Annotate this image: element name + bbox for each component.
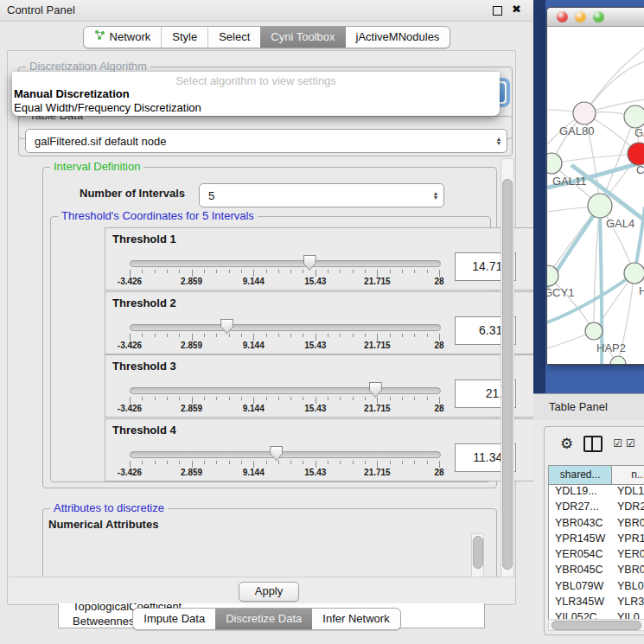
gear-icon[interactable]: ⚙ — [560, 437, 573, 451]
network-node[interactable] — [610, 356, 626, 364]
split-pane-icon[interactable] — [583, 436, 603, 452]
threshold-slider[interactable] — [130, 387, 441, 394]
tick-label: 2.859 — [181, 341, 202, 350]
table-row[interactable]: YDL19...YDL1 — [549, 485, 644, 501]
threshold-slider[interactable] — [130, 324, 441, 331]
table-row[interactable]: YBR045CYBR0 — [549, 564, 644, 579]
table-cell[interactable]: YPR145W — [549, 532, 613, 548]
table-cell[interactable]: YDR27... — [549, 501, 613, 516]
group-title: Discretization Algorithm — [26, 60, 150, 73]
table-cell[interactable]: YBL079W — [549, 580, 613, 596]
close-icon[interactable]: ✖ — [512, 3, 521, 16]
mac-zoom-button[interactable] — [593, 11, 604, 22]
tick-label: 21.715 — [364, 341, 391, 350]
tick-label: 2.859 — [181, 277, 202, 286]
network-node-gal4[interactable] — [588, 194, 612, 218]
scrollbar-thumb[interactable] — [552, 621, 641, 630]
network-node-gal80[interactable] — [573, 102, 596, 124]
tab-network[interactable]: Network — [84, 27, 162, 48]
tab-impute-data[interactable]: Impute Data — [133, 609, 215, 629]
tab-discretize-data[interactable]: Discretize Data — [215, 609, 312, 629]
slider-thumb[interactable] — [270, 446, 283, 462]
tick-mark — [278, 397, 279, 400]
network-node-ga[interactable] — [624, 105, 644, 128]
slider-thumb[interactable] — [220, 319, 233, 335]
table-cell[interactable]: YDL1 — [613, 485, 644, 501]
tab-jactivemnodules[interactable]: jActiveMNodules — [346, 27, 450, 48]
thumb-face — [370, 383, 381, 397]
tick-mark — [266, 397, 267, 400]
tick-mark — [253, 334, 254, 341]
table-row[interactable]: YDR27...YDR2 — [549, 501, 644, 516]
tick-mark — [155, 461, 156, 464]
network-canvas[interactable]: GAL80GACGAL11GAL4GCY1HHAP2 — [547, 27, 644, 364]
table-cell[interactable]: YER0 — [613, 548, 644, 564]
mac-close-button[interactable] — [557, 11, 568, 22]
table-cell[interactable]: YDL19... — [549, 485, 613, 501]
tick-mark — [229, 397, 230, 400]
tick-mark — [353, 334, 354, 337]
table-horizontal-scrollbar[interactable] — [548, 619, 644, 631]
table-data-combobox[interactable]: galFiltered.sif default node ▲▼ — [25, 129, 507, 153]
num-intervals-value: 5 — [200, 189, 428, 202]
network-edge[interactable] — [552, 154, 639, 163]
node-table[interactable]: shared...n... YDL19...YDL1YDR27...YDR2YB… — [548, 465, 644, 620]
table-cell[interactable]: YBR0 — [613, 564, 644, 579]
tick-mark — [204, 397, 205, 400]
mac-minimize-button[interactable] — [575, 11, 586, 22]
table-row[interactable]: YPR145WYPR1 — [549, 532, 644, 548]
table-cell[interactable]: YER054C — [549, 548, 613, 564]
tab-select[interactable]: Select — [207, 27, 260, 48]
network-thick-edge[interactable] — [600, 206, 602, 364]
algorithm-option[interactable]: Equal Width/Frequency Discretization — [12, 101, 500, 115]
tab-cyni-toolbox[interactable]: Cyni Toolbox — [260, 27, 345, 48]
table-cell[interactable]: YBR045C — [549, 564, 613, 579]
scrollbar-thumb[interactable] — [473, 536, 483, 569]
table-cell[interactable]: YBR043C — [549, 517, 613, 532]
algorithm-option[interactable]: Manual Discretization — [12, 87, 500, 101]
tick-mark — [390, 270, 391, 273]
tick-mark — [266, 270, 267, 273]
main-scrollbar[interactable] — [501, 158, 514, 578]
table-row[interactable]: YLR345WYLR3 — [549, 596, 644, 611]
float-window-icon[interactable] — [493, 6, 502, 16]
table-row[interactable]: YBL079WYBL0 — [549, 580, 644, 596]
network-node-hap2[interactable] — [585, 322, 603, 340]
tab-style[interactable]: Style — [161, 27, 207, 48]
slider-thumb[interactable] — [369, 382, 382, 398]
slider-thumb[interactable] — [303, 255, 316, 271]
table-cell[interactable]: YLR345W — [549, 596, 613, 611]
combo-stepper-icon[interactable]: ▲▼ — [491, 137, 507, 145]
tick-mark — [290, 461, 291, 464]
table-cell[interactable]: YDR2 — [613, 501, 644, 516]
apply-button[interactable]: Apply — [239, 582, 299, 602]
table-cell[interactable]: YBL0 — [613, 580, 644, 596]
table-cell[interactable]: YLR3 — [613, 596, 644, 611]
table-row[interactable]: YER054CYER0 — [549, 548, 644, 564]
column-header[interactable]: shared... — [549, 466, 612, 484]
num-intervals-combobox[interactable]: 5 ▲▼ — [199, 183, 444, 207]
tick-mark — [316, 270, 316, 277]
tick-label: 28 — [434, 341, 443, 350]
threshold-slider[interactable] — [130, 260, 441, 267]
tick-mark — [340, 397, 341, 400]
node-label: C — [636, 163, 644, 176]
table-panel-title: Table Panel — [549, 400, 608, 413]
threshold-slider[interactable] — [130, 451, 441, 458]
table-cell[interactable]: YPR1 — [613, 532, 644, 548]
control-panel-titlebar: Control Panel ✖ — [0, 0, 533, 22]
attributes-scrollbar[interactable] — [471, 533, 484, 578]
tab-infer-network[interactable]: Infer Network — [312, 609, 399, 629]
tick-mark — [192, 270, 193, 277]
combo-stepper-icon[interactable]: ▲▼ — [428, 191, 443, 200]
table-cell[interactable]: YBR0 — [613, 517, 644, 532]
checkbox-icon[interactable]: ☑ — [613, 437, 622, 450]
scrollbar-thumb[interactable] — [502, 179, 513, 570]
network-window-titlebar[interactable] — [547, 8, 644, 27]
checkbox-icon[interactable]: ☑ — [626, 437, 635, 450]
tick-mark — [414, 461, 415, 464]
tab-label: Network — [110, 29, 151, 45]
network-node-h[interactable] — [624, 263, 644, 284]
table-row[interactable]: YBR043CYBR0 — [549, 517, 644, 532]
column-header[interactable]: n... — [612, 466, 644, 484]
